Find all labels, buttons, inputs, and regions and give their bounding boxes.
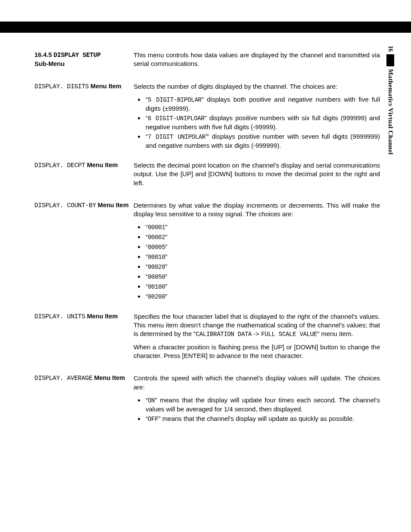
item-digits: DISPLAY. DIGITS Menu Item Selects the nu… — [34, 82, 380, 152]
list-item: “00005” — [145, 243, 380, 252]
section-heading-row: 16.4.5 DISPLAY SETUP Sub-Menu This menu … — [34, 51, 380, 73]
countby-opt: 00020 — [148, 264, 165, 271]
item-decpt-label: DISPLAY. DECPT Menu Item — [34, 161, 134, 192]
item-countby: DISPLAY. COUNT-BY Menu Item Determines b… — [34, 201, 380, 303]
list-item: “00100” — [145, 282, 380, 291]
item-average: DISPLAY. AVERAGE Menu Item Controls the … — [34, 374, 380, 425]
decpt-text: Selects the decimal point location on th… — [134, 161, 380, 187]
item-units-label: DISPLAY. UNITS Menu Item — [34, 312, 134, 365]
list-item: “00020” — [145, 262, 380, 271]
countby-label-lcd: DISPLAY. COUNT-BY — [34, 202, 96, 209]
units-p1-mid: -> — [252, 330, 261, 337]
digits-label-lcd: DISPLAY. DIGITS — [34, 83, 89, 90]
digits-list: “5 DIGIT-BIPOLAR" displays both positive… — [134, 95, 380, 150]
average-label-tail: Menu Item — [94, 374, 125, 381]
header-bar — [0, 22, 411, 33]
countby-opt: 00005 — [148, 244, 165, 251]
section-number: 16.4.5 — [34, 51, 52, 58]
item-digits-label: DISPLAY. DIGITS Menu Item — [34, 82, 134, 152]
list-item: “ON" means that the display will update … — [145, 396, 380, 414]
list-item: “00010” — [145, 252, 380, 261]
chapter-marker — [386, 54, 394, 66]
average-label-lcd: DISPLAY. AVERAGE — [34, 375, 92, 382]
digits-opt2-code: 6 DIGIT-UNIPLOAR — [148, 115, 205, 122]
list-item: “5 DIGIT-BIPOLAR" displays both positive… — [145, 95, 380, 113]
list-item: “00002” — [145, 233, 380, 242]
section-intro-text: This menu controls how data values are d… — [134, 51, 380, 68]
chapter-number: 16 — [387, 46, 394, 52]
item-units: DISPLAY. UNITS Menu Item Specifies the f… — [34, 312, 380, 365]
list-item: “00001” — [145, 223, 380, 232]
units-p1-post: " menu item. — [317, 330, 353, 337]
digits-label-tail: Menu Item — [90, 83, 121, 90]
countby-opt: 00050 — [148, 274, 165, 280]
digits-opt3-code: 7 DIGIT UNIPOLAR" — [148, 134, 209, 140]
units-p1-code2: FULL SCALE VALUE — [261, 331, 317, 338]
chapter-name: Mathematics Virtual Channel — [387, 69, 394, 155]
section-intro: This menu controls how data values are d… — [134, 51, 380, 73]
average-opt2-tail: " means that the channel's display will … — [158, 415, 354, 422]
list-item: “00050” — [145, 272, 380, 281]
section-title-lcd: DISPLAY SETUP — [53, 52, 100, 59]
item-units-body: Specifies the four character label that … — [134, 312, 380, 365]
list-item: “6 DIGIT-UNIPLOAR" displays positive num… — [145, 114, 380, 131]
countby-opt: 00001 — [148, 224, 165, 231]
digits-lead: Selects the number of digits displayed b… — [134, 82, 380, 91]
decpt-label-lcd: DISPLAY. DECPT — [34, 162, 85, 169]
item-countby-label: DISPLAY. COUNT-BY Menu Item — [34, 201, 134, 303]
side-column: 16 Mathematics Virtual Channel — [382, 46, 399, 155]
average-opt1-code: ON — [148, 397, 155, 404]
units-p2: When a character position is flashing pr… — [134, 343, 380, 361]
countby-opt: 00002 — [148, 234, 165, 241]
list-item: “OFF" means that the channel's display w… — [145, 414, 380, 423]
units-label-lcd: DISPLAY. UNITS — [34, 313, 85, 320]
units-label-tail: Menu Item — [87, 313, 118, 320]
countby-opt: 00010 — [148, 254, 165, 261]
item-average-label: DISPLAY. AVERAGE Menu Item — [34, 374, 134, 425]
average-opt1-tail: " means that the display will update fou… — [146, 396, 380, 413]
countby-opt: 00100 — [148, 283, 165, 290]
item-digits-body: Selects the number of digits displayed b… — [134, 82, 380, 152]
item-decpt: DISPLAY. DECPT Menu Item Selects the dec… — [34, 161, 380, 192]
decpt-label-tail: Menu Item — [87, 162, 118, 168]
item-average-body: Controls the speed with which the channe… — [134, 374, 380, 425]
section-heading-label: 16.4.5 DISPLAY SETUP Sub-Menu — [34, 51, 134, 73]
countby-opt: 00200 — [148, 293, 165, 300]
average-lead: Controls the speed with which the channe… — [134, 374, 380, 392]
units-p1: Specifies the four character label that … — [134, 312, 380, 339]
countby-label-tail: Menu Item — [98, 202, 129, 208]
section-title-tail: Sub-Menu — [34, 60, 65, 67]
list-item: “00200” — [145, 292, 380, 301]
average-opt2-code: OFF — [148, 416, 158, 423]
content: 16.4.5 DISPLAY SETUP Sub-Menu This menu … — [34, 51, 380, 425]
item-countby-body: Determines by what value the display inc… — [134, 201, 380, 303]
list-item: “7 DIGIT UNIPOLAR" displays positive num… — [145, 132, 380, 150]
average-list: “ON" means that the display will update … — [134, 396, 380, 423]
countby-lead: Determines by what value the display inc… — [134, 201, 380, 219]
countby-list: “00001” “00002” “00005” “00010” “00020” … — [134, 223, 380, 301]
page: 16 Mathematics Virtual Channel 16.4.5 DI… — [0, 22, 411, 532]
digits-opt1-code: 5 DIGIT-BIPOLAR — [148, 96, 202, 103]
units-p1-code1: CALIBRATION DATA — [196, 331, 252, 338]
item-decpt-body: Selects the decimal point location on th… — [134, 161, 380, 192]
